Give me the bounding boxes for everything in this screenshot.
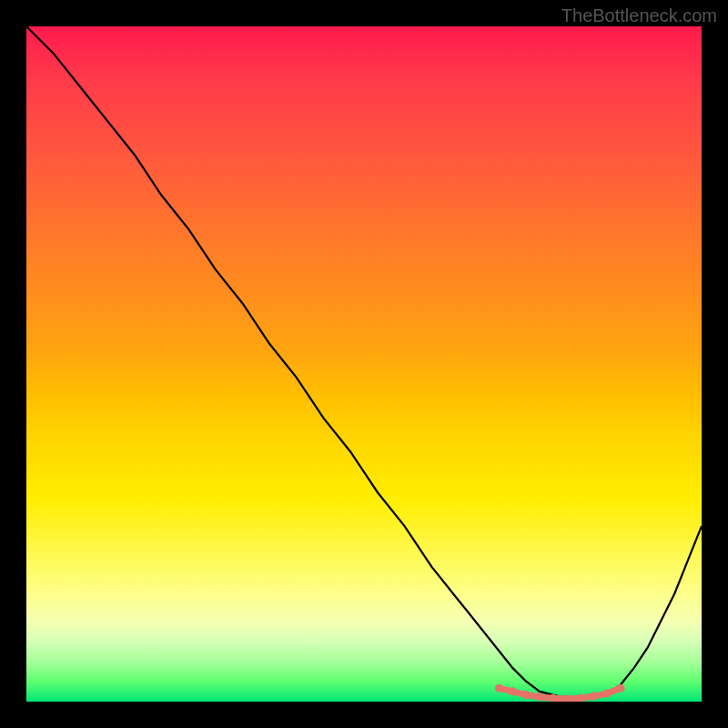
bottleneck-curve-line: [26, 26, 702, 700]
marker-dot: [509, 687, 517, 695]
marker-dot: [495, 684, 503, 693]
watermark-text: TheBottleneck.com: [561, 5, 717, 26]
marker-dot: [522, 691, 531, 699]
chart-svg: [26, 26, 702, 702]
marker-dot: [535, 693, 543, 701]
marker-dot: [590, 693, 598, 701]
marker-dot: [616, 684, 624, 693]
chart-plot-area: [26, 26, 702, 702]
marker-dot: [603, 690, 612, 698]
flat-region-marker-line: [499, 688, 621, 699]
